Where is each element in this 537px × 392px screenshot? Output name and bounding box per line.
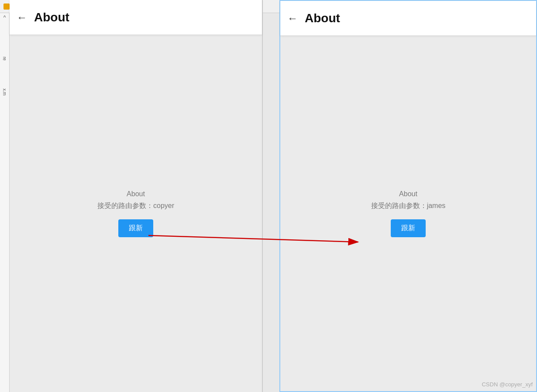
left-app-bar-title: About <box>34 10 69 24</box>
sidebar-item-xm: x.m <box>2 89 7 95</box>
right-page-label: About <box>399 190 417 198</box>
right-follow-button[interactable]: 跟新 <box>391 219 426 237</box>
left-follow-button[interactable]: 跟新 <box>118 219 153 237</box>
right-param-label: 接受的路由参数：james <box>371 201 446 211</box>
ide-sidebar: ^ re x.m <box>0 13 10 392</box>
new-item-icon <box>3 3 10 10</box>
sidebar-item-re: re <box>2 57 7 61</box>
sidebar-arrow-up[interactable]: ^ <box>3 15 6 20</box>
left-phone-screen: ← About About 接受的路由参数：copyer 跟新 <box>10 0 262 392</box>
right-screen-content: About 接受的路由参数：james 跟新 <box>280 36 536 391</box>
right-phone-panel: ← About About 接受的路由参数：james 跟新 <box>279 0 537 392</box>
left-param-label: 接受的路由参数：copyer <box>97 201 174 211</box>
left-page-label: About <box>127 190 145 198</box>
right-app-bar-title: About <box>305 11 340 25</box>
right-phone-screen: ← About About 接受的路由参数：james 跟新 <box>279 0 537 392</box>
left-screen-content: About 接受的路由参数：copyer 跟新 <box>10 35 262 392</box>
left-back-button[interactable]: ← <box>17 11 27 24</box>
left-app-bar: ← About <box>10 0 262 35</box>
right-back-button[interactable]: ← <box>287 12 298 24</box>
watermark: CSDN @copyer_xyf <box>482 381 533 388</box>
right-app-bar: ← About <box>280 1 536 36</box>
left-phone-panel: ← About About 接受的路由参数：copyer 跟新 <box>10 0 263 392</box>
